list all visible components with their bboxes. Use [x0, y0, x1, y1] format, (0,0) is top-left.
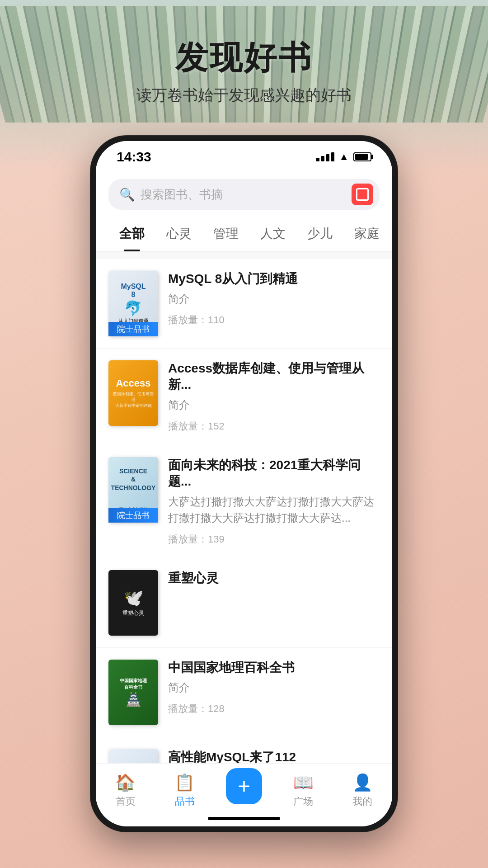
tab-humanities[interactable]: 人文: [249, 216, 296, 251]
tab-management[interactable]: 管理: [202, 216, 249, 251]
status-bar: 14:33 ▲: [96, 141, 392, 173]
tab-startup[interactable]: 创业: [390, 216, 392, 251]
signal-dots: [316, 152, 334, 161]
search-icon: 🔍: [119, 187, 135, 202]
cover-access-title: Access: [116, 377, 150, 389]
square-icon: 📖: [293, 773, 314, 792]
cover-geo-img: 🏯: [126, 692, 141, 707]
nav-item-home[interactable]: 🏠 首页: [108, 773, 144, 808]
book-desc: 简介: [168, 397, 380, 413]
cover-geo-title: 中国国家地理百科全书: [120, 678, 147, 690]
book-cover-access: Access 数据库创建、使用与管理大新手到专家的跨越: [108, 360, 158, 426]
cover-mind-title: 重塑心灵: [122, 609, 144, 617]
category-tabs: 全部 心灵 管理 人文 少儿 家庭 创业: [96, 216, 392, 252]
book-desc: 大萨达打撒打撒大大萨达打撒打撒大大萨达打撒打撒大大萨达打撒打撒大大萨达...: [168, 494, 380, 526]
book-title: 面向未来的科技：2021重大科学问题...: [168, 457, 380, 490]
book-desc: 简介: [168, 679, 380, 696]
tab-all[interactable]: 全部: [108, 216, 155, 251]
list-item[interactable]: 🕊️ 重塑心灵 重塑心灵: [96, 558, 392, 648]
book-info: Access数据库创建、使用与管理从新... 简介 播放量：152: [168, 360, 380, 433]
search-input[interactable]: 搜索图书、书摘: [141, 187, 369, 203]
nav-label-books: 品书: [175, 795, 195, 808]
book-info: 重塑心灵: [168, 570, 380, 586]
book-desc: 简介: [168, 291, 380, 307]
battery-icon: [353, 152, 371, 161]
list-item[interactable]: MySQL8 🐬 从入门到精通 院士品书 MySQL 8从入门到精通 简介 播放…: [96, 259, 392, 349]
book-title: 重塑心灵: [168, 570, 380, 586]
book-cover-hperf: 🦅 高性能MySQL: [108, 749, 158, 764]
book-plays: 播放量：152: [168, 420, 380, 433]
books-icon: 📋: [174, 773, 195, 792]
signal-dot-3: [326, 154, 329, 161]
badge-academician: 院士品书: [108, 508, 158, 523]
cover-dolphin: 🐬: [124, 300, 142, 317]
list-item[interactable]: SCIENCE&TECHNOLOGY 面向未来的科技 院士品书 面向未来的科技：…: [96, 445, 392, 558]
home-icon: 🏠: [115, 773, 136, 792]
book-title: 中国国家地理百科全书: [168, 660, 380, 676]
cover-access-sub: 数据库创建、使用与管理大新手到专家的跨越: [111, 391, 155, 409]
nav-item-add[interactable]: +: [226, 768, 262, 813]
status-time: 14:33: [117, 149, 151, 165]
page-title-main: 发现好书: [0, 36, 488, 80]
nav-label-profile: 我的: [352, 795, 372, 808]
book-cover-wrap: 中国国家地理百科全书 🏯: [108, 660, 158, 725]
book-cover-wrap: SCIENCE&TECHNOLOGY 面向未来的科技 院士品书: [108, 457, 158, 523]
list-item[interactable]: Access 数据库创建、使用与管理大新手到专家的跨越 Access数据库创建、…: [96, 349, 392, 445]
battery-fill: [355, 154, 368, 160]
scan-button[interactable]: [352, 184, 373, 205]
nav-item-books[interactable]: 📋 品书: [167, 773, 203, 808]
signal-dot-4: [331, 152, 334, 161]
badge-academician: 院士品书: [108, 322, 158, 336]
tab-mind[interactable]: 心灵: [155, 216, 202, 251]
book-cover-wrap: Access 数据库创建、使用与管理大新手到专家的跨越: [108, 360, 158, 426]
phone-frame: 14:33 ▲ 🔍 搜: [90, 136, 398, 832]
book-plays: 播放量：128: [168, 702, 380, 716]
nav-item-square[interactable]: 📖 广场: [285, 773, 321, 808]
book-info: MySQL 8从入门到精通 简介 播放量：110: [168, 271, 380, 327]
page-title-sub: 读万卷书始于发现感兴趣的好书: [0, 85, 488, 106]
cover-logo: MySQL8: [121, 283, 145, 299]
search-section: 🔍 搜索图书、书摘: [96, 173, 392, 216]
book-cover-wrap: MySQL8 🐬 从入门到精通 院士品书: [108, 271, 158, 336]
signal-dot-1: [316, 158, 319, 161]
status-icons: ▲: [316, 151, 371, 163]
signal-dot-2: [321, 156, 324, 161]
book-title: MySQL 8从入门到精通: [168, 271, 380, 287]
scan-icon: [356, 188, 369, 201]
book-plays: 播放量：110: [168, 313, 380, 327]
book-plays: 播放量：139: [168, 533, 380, 546]
book-cover-wrap: 🦅 高性能MySQL: [108, 749, 158, 764]
book-title: 高性能MySQL来了112: [168, 749, 380, 764]
book-info: 高性能MySQL来了112: [168, 749, 380, 764]
nav-item-profile[interactable]: 👤 我的: [344, 773, 380, 808]
book-cover-wrap: 🕊️ 重塑心灵: [108, 570, 158, 636]
book-title: Access数据库创建、使用与管理从新...: [168, 360, 380, 393]
page-header: 发现好书 读万卷书始于发现感兴趣的好书: [0, 36, 488, 106]
list-item[interactable]: 🦅 高性能MySQL 高性能MySQL来了112: [96, 737, 392, 764]
book-info: 中国国家地理百科全书 简介 播放量：128: [168, 660, 380, 716]
search-bar[interactable]: 🔍 搜索图书、书摘: [108, 179, 380, 210]
phone-screen: 14:33 ▲ 🔍 搜: [96, 141, 392, 826]
add-button[interactable]: +: [226, 768, 262, 804]
list-item[interactable]: 中国国家地理百科全书 🏯 中国国家地理百科全书 简介 播放量：128: [96, 648, 392, 737]
nav-label-home: 首页: [116, 795, 136, 808]
nav-label-square: 广场: [293, 795, 313, 808]
home-indicator: [208, 817, 280, 820]
tab-family[interactable]: 家庭: [343, 216, 390, 251]
wifi-icon: ▲: [339, 151, 349, 163]
profile-icon: 👤: [352, 773, 373, 792]
phone-container: 14:33 ▲ 🔍 搜: [90, 136, 398, 832]
book-cover-geo: 中国国家地理百科全书 🏯: [108, 660, 158, 725]
cover-science-title: SCIENCE&TECHNOLOGY: [111, 467, 156, 492]
book-info: 面向未来的科技：2021重大科学问题... 大萨达打撒打撒大大萨达打撒打撒大大萨…: [168, 457, 380, 546]
cover-mind-bird: 🕊️: [123, 589, 144, 608]
book-list: MySQL8 🐬 从入门到精通 院士品书 MySQL 8从入门到精通 简介 播放…: [96, 259, 392, 764]
tab-children[interactable]: 少儿: [296, 216, 343, 251]
book-cover-mind: 🕊️ 重塑心灵: [108, 570, 158, 636]
